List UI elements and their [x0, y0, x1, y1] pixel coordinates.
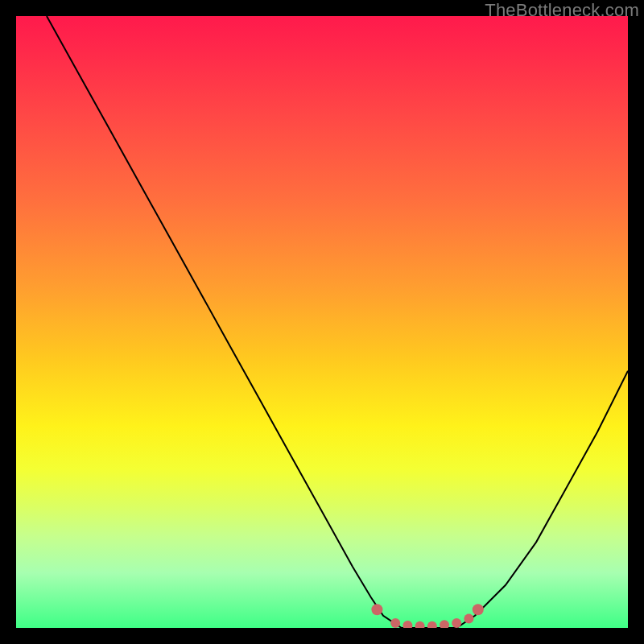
bottleneck-curve — [47, 16, 628, 628]
trough-marker — [371, 604, 382, 615]
trough-marker — [415, 621, 425, 628]
trough-marker — [452, 618, 461, 628]
trough-marker — [464, 614, 473, 624]
chart-stage: TheBottleneck.com — [0, 0, 644, 644]
trough-marker — [473, 604, 484, 615]
trough-marker — [427, 621, 437, 628]
plot-area — [16, 16, 628, 628]
trough-marker — [390, 618, 400, 628]
trough-marker — [402, 621, 412, 628]
trough-marker — [440, 620, 449, 628]
chart-svg — [16, 16, 628, 628]
trough-markers — [371, 604, 483, 628]
